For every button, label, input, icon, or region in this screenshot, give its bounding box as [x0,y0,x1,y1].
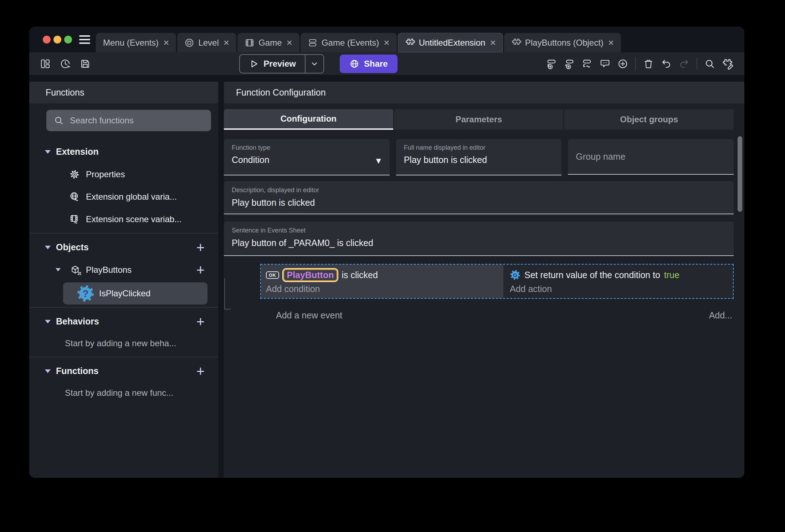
item-label: PlayButtons [86,265,132,275]
add-condition-button[interactable]: Add condition [266,283,498,295]
screen: Menu (Events) × Level × Game × [0,0,785,532]
add-action-label: Add action [510,284,552,294]
tab-label: Configuration [281,114,337,124]
selected-event-row[interactable]: OK PlayButton is clicked Add condition [260,264,734,299]
sidebar-item-extension-global-variables[interactable]: Extension global varia... [29,185,218,208]
main-body: Configuration Parameters Object groups F… [224,103,744,478]
add-button[interactable] [617,58,628,69]
history-button[interactable] [60,58,71,69]
sidebar-item-playbuttons[interactable]: 2D PlayButtons + [29,259,218,281]
tab-untitled-extension[interactable]: UntitledExtension × [398,33,503,52]
add-comment-button[interactable] [600,58,610,69]
save-button[interactable] [80,58,91,69]
delete-button[interactable] [643,58,654,69]
close-icon[interactable]: × [224,38,229,48]
field-label: Description, displayed in editor [232,186,726,194]
add-more-button[interactable]: Add... [709,310,732,321]
puzzle-icon [511,38,521,48]
puzzle-icon [405,38,415,48]
sidebar-section-behaviors[interactable]: Behaviors + [29,310,218,333]
preview-button[interactable]: Preview [240,59,305,69]
tab-label: Game (Events) [322,38,379,48]
tab-game-events[interactable]: Game (Events) × [301,33,397,52]
close-icon[interactable]: × [490,38,496,48]
redo-icon [679,58,689,69]
puzzle-pencil-icon [722,58,734,70]
sidebar-section-objects[interactable]: Objects + [29,236,218,259]
tab-label: PlayButtons (Object) [525,38,604,48]
sentence-field[interactable]: Sentence in Events Sheet Play button of … [224,221,734,256]
add-event-button[interactable] [546,58,557,69]
vertical-scrollbar-thumb[interactable] [738,136,742,212]
tab-menu-events[interactable]: Menu (Events) × [96,33,176,52]
preview-options-button[interactable] [305,55,323,73]
tab-level[interactable]: Level × [177,33,236,52]
toolbar-divider [697,58,697,70]
redo-button[interactable] [679,58,689,69]
cube-2d-icon: 2D [70,265,81,275]
tab-game[interactable]: Game × [237,33,299,52]
close-icon[interactable]: × [384,38,389,48]
function-gear-question-icon: ? [77,285,94,302]
events-footer-row: Add a new event Add... [260,310,734,321]
tab-playbuttons-object[interactable]: PlayButtons (Object) × [504,33,621,52]
close-icon[interactable]: × [287,38,292,48]
section-label: Extension [56,147,98,157]
close-window-button[interactable] [43,36,51,44]
tab-configuration[interactable]: Configuration [224,109,393,130]
project-manager-button[interactable] [40,58,51,69]
tab-parameters[interactable]: Parameters [394,109,564,130]
svg-text:G: G [513,272,517,278]
svg-text:2D: 2D [78,271,81,275]
function-fields-row: Function type Condition ▼ Full name disp… [224,139,734,175]
configuration-tabs: Configuration Parameters Object groups [224,109,734,130]
sidebar-divider [29,307,218,308]
undo-icon [661,58,672,69]
sidebar-section-extension[interactable]: Extension [29,140,218,163]
field-label: Function type [232,144,382,152]
add-other-event-button[interactable] [582,58,592,69]
trash-icon [643,58,654,69]
field-value: Play button is clicked [404,155,554,165]
description-field[interactable]: Description, displayed in editor Play bu… [224,181,734,214]
zoom-window-button[interactable] [64,36,72,44]
condition-item[interactable]: OK PlayButton is clicked [266,268,498,282]
function-type-select[interactable]: Function type Condition ▼ [224,139,390,175]
preview-split-button: Preview [239,54,324,73]
add-behavior-button[interactable]: + [196,314,205,329]
play-icon [249,59,259,69]
action-item[interactable]: G Set return value of the condition to t… [510,268,727,282]
sidebar-section-functions[interactable]: Functions + [29,360,218,382]
dropdown-arrow-icon: ▼ [376,157,381,164]
sidebar-item-isplayclicked-selected[interactable]: ? IsPlayClicked [63,282,207,305]
scene-icon [184,38,194,48]
minimize-window-button[interactable] [53,36,61,44]
search-button[interactable] [704,58,715,69]
toolbar-center-group: Preview Share [239,54,397,73]
add-free-function-button[interactable]: + [196,364,205,378]
full-name-field[interactable]: Full name displayed in editor Play butto… [396,139,562,175]
search-functions-input[interactable]: Search functions [46,110,211,131]
add-new-event-button[interactable]: Add a new event [276,310,342,321]
edit-extension-button[interactable] [722,58,734,70]
undo-button[interactable] [661,58,672,69]
add-subevent-button[interactable] [564,58,575,69]
condition-object-name[interactable]: PlayButton [283,269,338,281]
field-label: Sentence in Events Sheet [232,227,726,234]
sidebar-item-extension-scene-variables[interactable]: Extension scene variab... [29,208,218,230]
sidebar-item-properties[interactable]: Properties [29,163,218,185]
action-value: true [664,270,679,280]
add-function-to-object-button[interactable]: + [196,263,205,277]
group-name-field[interactable]: Group name [568,139,734,175]
hamburger-menu-icon[interactable] [79,35,90,44]
sidebar-divider [29,233,218,234]
field-label: Full name displayed in editor [404,144,554,152]
add-action-button[interactable]: Add action [510,283,727,295]
close-icon[interactable]: × [163,38,169,48]
tab-object-groups[interactable]: Object groups [564,109,734,130]
caret-down-icon [56,268,61,271]
close-icon[interactable]: × [608,38,614,48]
add-object-button[interactable]: + [196,240,205,255]
share-button[interactable]: Share [340,55,397,73]
gdevelop-window: Menu (Events) × Level × Game × [29,27,744,478]
